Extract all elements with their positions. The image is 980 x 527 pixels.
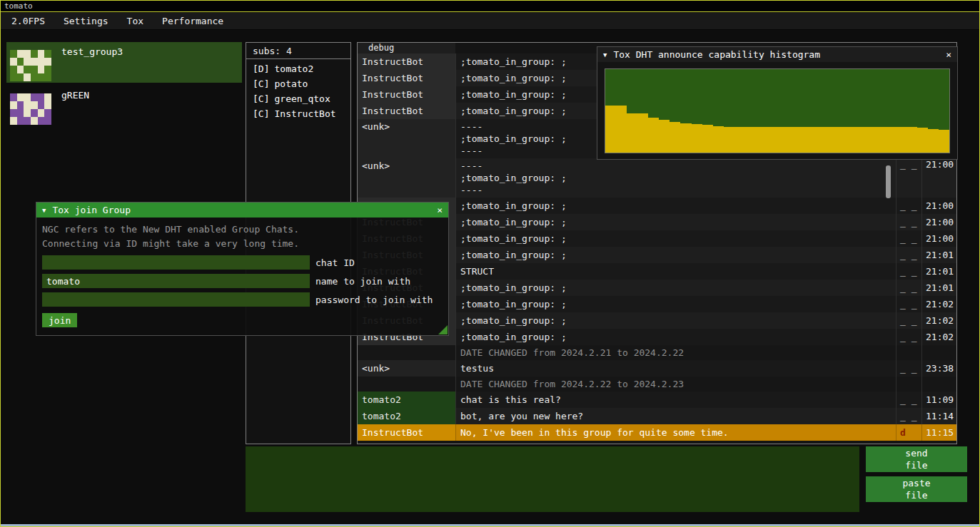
- chat-message-row[interactable]: DATE CHANGED from 2024.2.22 to 2024.2.23: [358, 377, 956, 392]
- members-list: [D]tomato2 [C]potato [C]green_qtox [C]In…: [246, 59, 350, 121]
- menu-item-tox[interactable]: Tox: [118, 13, 153, 29]
- member-name: potato: [274, 78, 308, 89]
- chat-message-row[interactable]: <unk> testus _ _ 23:38: [358, 360, 956, 377]
- group-name: gREEN: [61, 90, 89, 101]
- histogram-bar: [692, 124, 702, 153]
- message-text: chat is this real?: [456, 392, 896, 408]
- chat-message-row[interactable]: <unk> ---- ;tomato_in_group: ; ---- _ _ …: [358, 158, 956, 198]
- menu-item-settings[interactable]: Settings: [54, 13, 118, 29]
- group-name: test_group3: [61, 46, 123, 57]
- message-flags: _ _: [896, 392, 922, 408]
- message-flags: _ _: [896, 312, 922, 329]
- chat-message-row[interactable]: InstructBot No, I've been in this group …: [358, 424, 956, 441]
- member-list-item[interactable]: [C]potato: [246, 76, 350, 91]
- chat-message-row[interactable]: tomato2 chat is this real? _ _ 11:09: [358, 392, 956, 408]
- resize-grip-icon[interactable]: [438, 325, 448, 334]
- close-icon[interactable]: ×: [437, 205, 443, 215]
- member-list-item[interactable]: [C]InstructBot: [246, 106, 350, 121]
- message-flags: _ _: [896, 280, 922, 296]
- message-time: 21:01: [922, 247, 956, 263]
- message-time: 21:02: [922, 296, 956, 312]
- app-window: tomato 2.0FPSSettingsToxPerformance test…: [0, 0, 980, 527]
- join-window-titlebar[interactable]: ▼ Tox join Group ×: [36, 203, 448, 218]
- tab-debug[interactable]: debug: [358, 43, 455, 53]
- group-list-item[interactable]: test_group3: [6, 42, 242, 83]
- histogram-bar: [702, 125, 713, 153]
- window-title: tomato: [4, 1, 33, 11]
- message-text: ;tomato_in_group: ;: [456, 198, 896, 214]
- histogram-bar: [906, 127, 917, 153]
- histogram-bar: [670, 122, 680, 153]
- message-text: testus: [456, 360, 896, 377]
- tab-debug-label: debug: [368, 43, 394, 53]
- histogram-plot: [605, 68, 950, 153]
- window-bottom-border: [1, 524, 979, 526]
- member-list-item[interactable]: [D]tomato2: [246, 61, 350, 76]
- chat-scrollbar-thumb[interactable]: [886, 165, 891, 198]
- menu-item-2-0fps[interactable]: 2.0FPS: [2, 13, 54, 29]
- histogram-bar: [745, 127, 756, 153]
- message-sender: InstructBot: [358, 424, 456, 441]
- join-group-window: ▼ Tox join Group × NGC refers to the New…: [36, 202, 449, 336]
- menu-item-performance[interactable]: Performance: [153, 13, 233, 29]
- histogram-bar: [928, 129, 939, 153]
- histogram-bar: [852, 127, 863, 153]
- histogram-bar: [788, 127, 799, 153]
- message-input[interactable]: [246, 446, 859, 512]
- member-list-item[interactable]: [C]green_qtox: [246, 91, 350, 106]
- message-sender: <unk>: [358, 158, 456, 198]
- message-sender: InstructBot: [358, 53, 456, 70]
- message-flags: _ _: [896, 408, 922, 424]
- message-time: 21:02: [922, 329, 956, 345]
- histogram-bar: [917, 128, 928, 153]
- join-password-label: password to join with: [315, 295, 433, 305]
- message-flags: _ _: [896, 247, 922, 263]
- message-text: STRUCT: [456, 263, 896, 280]
- histogram-window-titlebar[interactable]: ▼ Tox DHT announce capability histogram …: [597, 47, 957, 62]
- message-flags: _ _: [896, 230, 922, 247]
- member-status-tag: [C]: [253, 78, 269, 89]
- group-list-item[interactable]: gREEN: [6, 86, 242, 126]
- message-time: 21:01: [922, 263, 956, 280]
- member-name: tomato2: [274, 63, 313, 74]
- close-icon[interactable]: ×: [946, 49, 951, 60]
- histogram-bar: [809, 127, 820, 153]
- chat-id-input[interactable]: [42, 255, 310, 270]
- histogram-bar: [734, 127, 745, 153]
- histogram-bar: [648, 118, 659, 153]
- message-time: 21:02: [922, 312, 956, 329]
- message-sender: tomato2: [358, 408, 456, 424]
- message-time: 21:00: [922, 158, 956, 198]
- message-time: 11:15: [922, 424, 956, 441]
- paste-file-button[interactable]: paste file: [866, 476, 967, 502]
- message-flags: [896, 377, 922, 392]
- message-flags: _ _: [896, 329, 922, 345]
- chat-message-row[interactable]: tomato2 bot, are you new here? _ _ 11:14: [358, 408, 956, 424]
- member-status-tag: [C]: [253, 108, 269, 119]
- collapse-arrow-icon[interactable]: ▼: [603, 51, 607, 58]
- send-file-button[interactable]: send file: [866, 446, 967, 472]
- join-password-input[interactable]: [42, 292, 310, 307]
- member-name: InstructBot: [274, 108, 335, 119]
- join-window-body: NGC refers to the New DHT enabled Group …: [36, 218, 448, 332]
- message-time: 21:00: [922, 198, 956, 214]
- message-flags: d: [896, 424, 922, 441]
- message-text: bot, are you new here?: [456, 408, 896, 424]
- message-sender: [358, 345, 456, 360]
- message-flags: _ _: [896, 263, 922, 280]
- histogram-bar: [724, 127, 734, 153]
- message-flags: [896, 345, 922, 360]
- collapse-arrow-icon[interactable]: ▼: [42, 207, 46, 214]
- menubar: 2.0FPSSettingsToxPerformance: [1, 13, 979, 30]
- histogram-bar: [777, 127, 788, 153]
- chat-id-row: chat ID: [42, 255, 443, 270]
- join-name-input[interactable]: [42, 274, 310, 288]
- message-text: DATE CHANGED from 2024.2.22 to 2024.2.23: [456, 377, 896, 392]
- join-button[interactable]: join: [42, 313, 77, 327]
- message-text: ;tomato_in_group: ;: [456, 214, 896, 230]
- message-text: No, I've been in this group for quite so…: [456, 424, 896, 441]
- histogram-bar: [820, 127, 831, 153]
- histogram-bar: [874, 127, 885, 153]
- chat-message-row[interactable]: DATE CHANGED from 2024.2.21 to 2024.2.22: [358, 345, 956, 360]
- message-time: 21:00: [922, 214, 956, 230]
